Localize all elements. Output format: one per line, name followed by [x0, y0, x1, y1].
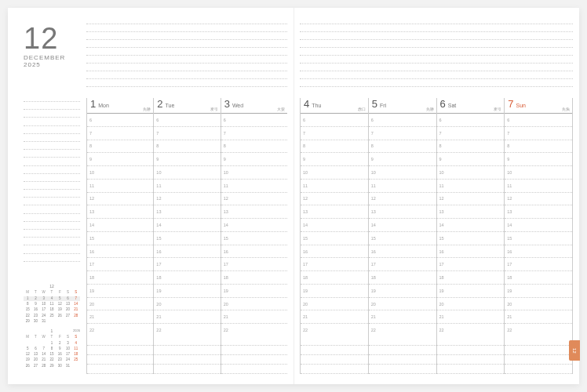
day-rokuyo: 赤口: [358, 107, 366, 111]
hour-row: 20: [505, 298, 572, 311]
hour-row: 9: [87, 153, 153, 166]
hour-row: 18: [221, 271, 287, 285]
hour-row: 11: [87, 180, 153, 193]
day-abbr: Fri: [380, 103, 386, 108]
hour-row: 19: [505, 285, 572, 298]
day-number: 3: [224, 98, 230, 110]
hour-row: 8: [154, 140, 220, 154]
hour-row: 14: [221, 219, 287, 232]
hour-list: 678910111213141516171819202122: [369, 114, 436, 336]
hour-row: 11: [221, 180, 287, 193]
day-rokuyo: 先勝: [143, 107, 151, 111]
hour-row: 13: [369, 205, 436, 219]
hour-row: 7: [505, 127, 572, 140]
hour-row: 20: [369, 298, 436, 311]
hour-row: 17: [437, 258, 505, 271]
day-header: 5Fri先勝: [369, 98, 436, 114]
day-number: 2: [157, 98, 162, 110]
hour-row: 10: [369, 166, 436, 180]
month-name: DECEMBER: [24, 54, 65, 61]
hour-row: 16: [301, 245, 368, 259]
hour-row: 9: [301, 153, 368, 166]
hour-row: 10: [437, 166, 505, 180]
hour-row: 13: [301, 205, 368, 219]
hour-row: 7: [154, 127, 220, 140]
day-header: 1Mon先勝: [87, 98, 153, 114]
hour-row: 17: [505, 258, 572, 271]
hour-row: 19: [154, 285, 220, 298]
day-number: 6: [440, 98, 446, 110]
notes-below: [154, 336, 220, 374]
month-tab[interactable]: 12: [569, 340, 580, 361]
hour-row: 19: [87, 285, 153, 298]
hour-row: 8: [437, 140, 505, 154]
day-column: 4Thu赤口678910111213141516171819202122: [300, 98, 368, 374]
hour-row: 18: [87, 271, 153, 285]
planner-spread: 12 DECEMBER 2025 1Mon先勝67891011121314151…: [8, 8, 579, 384]
notes-below: [221, 336, 287, 374]
hour-row: 13: [505, 205, 572, 219]
left-page: 12 DECEMBER 2025 1Mon先勝67891011121314151…: [8, 8, 294, 384]
day-rokuyo: 友引: [494, 107, 501, 111]
hour-row: 12: [505, 193, 572, 206]
hour-row: 16: [87, 245, 153, 259]
hour-list: 678910111213141516171819202122: [154, 114, 220, 336]
hour-row: 17: [221, 258, 287, 271]
hour-row: 17: [154, 258, 220, 271]
hour-row: 20: [221, 298, 287, 311]
hour-row: 19: [437, 285, 505, 298]
hour-row: 10: [87, 166, 153, 180]
side-notes: [24, 101, 80, 262]
hour-row: 8: [221, 140, 287, 154]
hour-row: 21: [301, 310, 368, 324]
notes-below: [505, 336, 572, 374]
day-abbr: Wed: [232, 103, 243, 108]
mini-calendars: 12 MTWTFSS123456789101112131415161718192…: [24, 284, 80, 373]
hour-row: 12: [301, 193, 368, 206]
hour-row: 11: [154, 180, 220, 193]
hour-row: 12: [369, 193, 436, 206]
hour-row: 7: [221, 127, 287, 140]
hour-row: 7: [437, 127, 505, 140]
hour-row: 11: [301, 180, 368, 193]
day-header: 7Sun先負: [505, 98, 572, 114]
hour-row: 9: [369, 153, 436, 166]
hour-row: 10: [505, 166, 572, 180]
hour-row: 15: [87, 232, 153, 245]
hour-row: 6: [369, 114, 436, 127]
hour-row: 13: [437, 205, 505, 219]
hour-row: 14: [301, 219, 368, 232]
hour-row: 18: [301, 271, 368, 285]
hour-row: 16: [221, 245, 287, 259]
day-column: 6Sat友引678910111213141516171819202122: [436, 98, 505, 374]
hour-row: 7: [369, 127, 436, 140]
hour-row: 20: [154, 298, 220, 311]
hour-list: 678910111213141516171819202122: [301, 114, 368, 336]
hour-row: 18: [369, 271, 436, 285]
hour-row: 18: [505, 271, 572, 285]
hour-row: 16: [369, 245, 436, 259]
hour-row: 15: [221, 232, 287, 245]
hour-row: 12: [221, 193, 287, 206]
month-number: 12: [24, 22, 65, 56]
hour-row: 6: [301, 114, 368, 127]
hour-row: 15: [301, 232, 368, 245]
hour-row: 14: [154, 219, 220, 232]
hour-row: 22: [369, 324, 436, 336]
day-abbr: Tue: [166, 103, 175, 108]
hour-row: 11: [437, 180, 505, 193]
tab-label: 12: [572, 348, 577, 354]
hour-row: 18: [437, 271, 505, 285]
hour-row: 14: [87, 219, 153, 232]
day-abbr: Mon: [98, 103, 109, 108]
hour-row: 8: [369, 140, 436, 154]
hour-row: 8: [87, 140, 153, 154]
mini-cal-jan: 12026 MTWTFSS123456789101112131415161718…: [24, 328, 80, 368]
day-rokuyo: 先負: [562, 107, 570, 111]
day-header: 3Wed大安: [221, 98, 287, 114]
hour-list: 678910111213141516171819202122: [437, 114, 505, 336]
hour-row: 13: [221, 205, 287, 219]
hour-row: 21: [221, 310, 287, 324]
hour-row: 14: [505, 219, 572, 232]
hour-row: 21: [87, 310, 153, 324]
